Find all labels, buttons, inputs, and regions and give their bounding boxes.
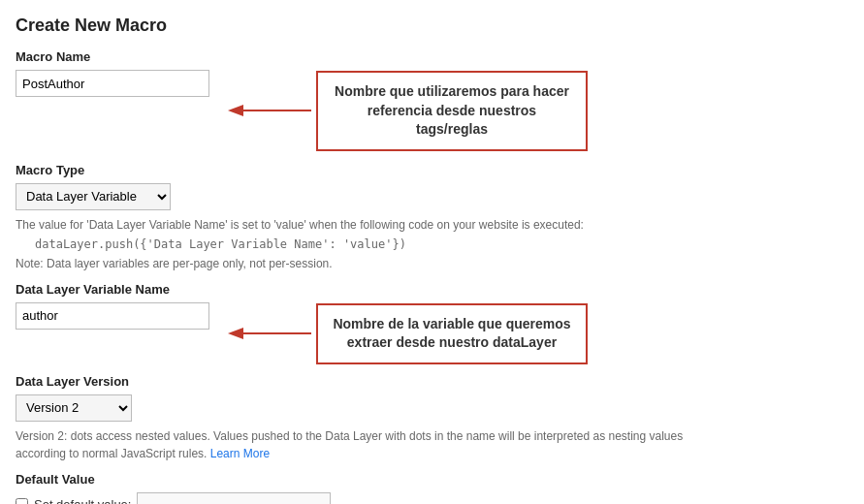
info-text: The value for 'Data Layer Variable Name'… bbox=[16, 216, 848, 272]
arrow-2-icon bbox=[239, 319, 316, 348]
page-title: Create New Macro bbox=[16, 16, 848, 36]
annotation-1: Nombre que utilizaremos para hacer refer… bbox=[316, 71, 588, 151]
arrow-1-icon bbox=[239, 96, 316, 125]
data-layer-var-input[interactable] bbox=[16, 302, 209, 330]
default-value-row: Set default value: bbox=[16, 492, 848, 504]
macro-name-label: Macro Name bbox=[16, 49, 229, 64]
set-default-label[interactable]: Set default value: bbox=[34, 497, 131, 504]
default-value-label: Default Value bbox=[16, 472, 848, 487]
data-layer-var-label: Data Layer Variable Name bbox=[16, 282, 229, 297]
learn-more-link[interactable]: Learn More bbox=[210, 447, 270, 460]
macro-name-input[interactable] bbox=[16, 70, 209, 97]
macro-type-label: Macro Type bbox=[16, 163, 848, 177]
version-info: Version 2: dots access nested values. Va… bbox=[16, 427, 694, 462]
annotation-2: Nombre de la variable que queremos extra… bbox=[316, 303, 588, 364]
macro-type-select[interactable]: Data Layer Variable URL Cookie JavaScrip… bbox=[16, 183, 171, 210]
code-example: dataLayer.push({'Data Layer Variable Nam… bbox=[35, 236, 848, 253]
default-value-input[interactable] bbox=[137, 492, 331, 504]
set-default-checkbox[interactable] bbox=[16, 498, 28, 504]
data-layer-version-label: Data Layer Version bbox=[16, 374, 848, 389]
data-layer-version-select[interactable]: Version 1 Version 2 bbox=[16, 394, 132, 422]
